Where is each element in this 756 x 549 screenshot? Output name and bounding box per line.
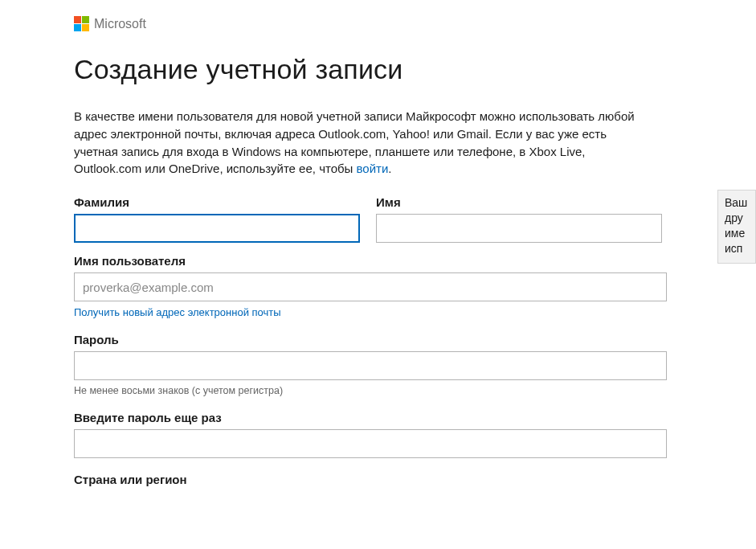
intro-text: В качестве имени пользователя для новой … [74, 108, 652, 178]
password-input[interactable] [74, 351, 667, 380]
tooltip-line: Ваш [725, 195, 752, 211]
lastname-input[interactable] [74, 214, 360, 243]
tooltip-line: име [725, 226, 752, 241]
password2-label: Введите пароль еще раз [74, 411, 667, 424]
firstname-input[interactable] [376, 214, 662, 243]
username-label: Имя пользователя [74, 254, 667, 268]
sign-in-link[interactable]: войти [357, 162, 389, 175]
lastname-label: Фамилия [74, 195, 360, 209]
tooltip-line: исп [725, 241, 752, 256]
username-input[interactable] [74, 272, 667, 301]
intro-body: В качестве имени пользователя для новой … [74, 109, 635, 175]
get-new-email-link[interactable]: Получить новый адрес электронной почты [74, 306, 281, 318]
brand-name: Microsoft [94, 17, 146, 31]
firstname-label: Имя [376, 195, 662, 209]
intro-after: . [388, 162, 391, 175]
password-hint: Не менее восьми знаков (с учетом регистр… [74, 385, 667, 396]
country-label: Страна или регион [74, 473, 667, 486]
microsoft-logo-icon [74, 16, 89, 31]
side-tooltip: Ваш дру име исп [717, 190, 756, 264]
brand-header: Microsoft [74, 16, 699, 31]
password2-input[interactable] [74, 429, 667, 458]
tooltip-line: дру [725, 211, 752, 226]
page-title: Создание учетной записи [74, 54, 699, 85]
password-label: Пароль [74, 333, 667, 346]
